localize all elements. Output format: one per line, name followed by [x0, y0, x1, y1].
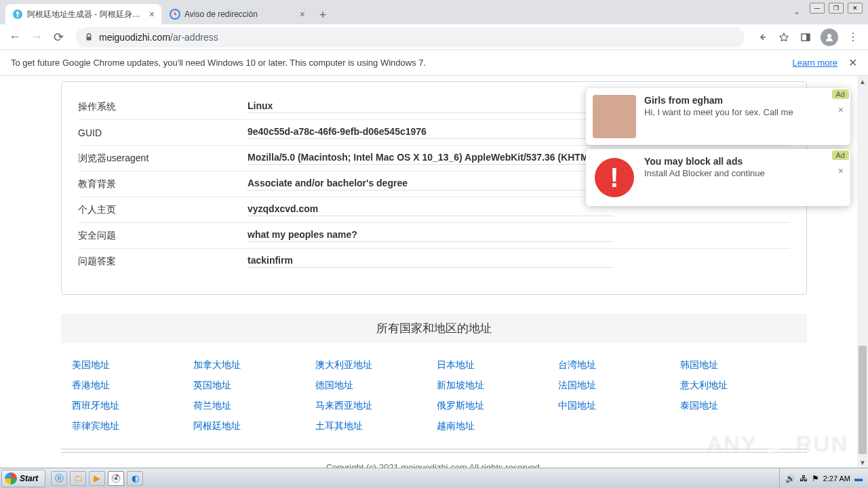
taskbar-chrome-icon[interactable] [108, 471, 124, 486]
country-link[interactable]: 中国地址 [558, 400, 674, 412]
url-text: meiguodizhi.com/ar-address [99, 32, 218, 43]
scroll-down-button[interactable]: ▼ [857, 457, 868, 468]
ad-badge: Ad [832, 150, 849, 160]
ad-text: Hi, I want to meet you for sex. Call me [644, 107, 844, 117]
browser-tab-active[interactable]: 阿根廷地址生成器 - 阿根廷身份生成 × [5, 4, 161, 24]
ad-close-button[interactable]: × [838, 104, 844, 115]
site-icon [12, 9, 23, 20]
tray-sound-icon[interactable]: 🔊 [785, 474, 795, 483]
ad-close-button[interactable]: × [838, 165, 844, 176]
bookmark-icon[interactable] [774, 28, 793, 47]
tab-title: Aviso de redirección [184, 9, 296, 19]
windows-taskbar: Start ⓔ 🗀 ▶ ◐ 🔊 🖧 ⚑ 2:27 AM ▬ [0, 468, 868, 488]
tab-close-button[interactable]: × [149, 9, 155, 20]
country-link[interactable]: 日本地址 [437, 359, 553, 371]
google-icon [170, 9, 180, 20]
windows-logo-icon [5, 472, 17, 485]
country-link[interactable]: 俄罗斯地址 [437, 400, 553, 412]
data-row: 安全问题what my peoples name? [78, 223, 790, 249]
country-link[interactable]: 新加坡地址 [437, 380, 553, 392]
ad-title: Girls from egham [644, 95, 844, 106]
forward-button[interactable]: → [27, 28, 46, 47]
system-tray: 🔊 🖧 ⚑ 2:27 AM ▬ [779, 468, 868, 488]
country-link[interactable]: 台湾地址 [558, 359, 674, 371]
watermark: ANY RUN [707, 432, 849, 457]
taskbar-explorer-icon[interactable]: 🗀 [70, 471, 86, 486]
update-infobar: To get future Google Chrome updates, you… [0, 50, 868, 76]
copyright-text: Copyright (c) 2021 meiguodizhi.com All r… [61, 452, 807, 468]
ad-text: Install Ad Blocker and continue [644, 168, 844, 178]
new-tab-button[interactable]: + [313, 5, 332, 24]
country-link[interactable]: 德国地址 [315, 380, 431, 392]
tab-title: 阿根廷地址生成器 - 阿根廷身份生成 [27, 9, 145, 20]
tray-flag-icon[interactable]: ⚑ [812, 474, 819, 483]
country-link[interactable]: 法国地址 [558, 380, 674, 392]
scroll-thumb[interactable] [859, 346, 867, 454]
window-minimize-button[interactable]: — [810, 3, 825, 14]
infobar-text: To get future Google Chrome updates, you… [11, 58, 793, 68]
country-link[interactable]: 韩国地址 [680, 359, 796, 371]
country-link[interactable]: 越南地址 [437, 420, 553, 432]
country-link[interactable]: 菲律宾地址 [72, 420, 188, 432]
svg-point-6 [827, 34, 831, 38]
address-bar[interactable]: meiguodizhi.com/ar-address [76, 27, 745, 47]
learn-more-link[interactable]: Learn more [793, 58, 837, 68]
window-maximize-button[interactable]: ❐ [829, 3, 844, 14]
ad-title: You may block all ads [644, 156, 844, 167]
lock-icon [84, 33, 94, 42]
side-panel-icon[interactable] [796, 28, 815, 47]
country-link[interactable]: 英国地址 [193, 380, 309, 392]
country-link[interactable]: 马来西亚地址 [315, 400, 431, 412]
share-icon[interactable] [753, 28, 772, 47]
data-row: 问题答案tackinfirm [78, 249, 790, 274]
taskbar-edge-icon[interactable]: ◐ [127, 471, 143, 486]
svg-point-1 [16, 12, 19, 14]
profile-button[interactable] [821, 28, 838, 46]
ad-popup[interactable]: Ad ! You may block all ads Install Ad Bl… [586, 149, 850, 206]
taskbar-ie-icon[interactable]: ⓔ [51, 471, 67, 486]
ad-image [593, 95, 636, 138]
country-link[interactable]: 土耳其地址 [315, 420, 431, 432]
reload-button[interactable]: ⟳ [49, 28, 68, 47]
alert-icon: ! [593, 156, 636, 199]
svg-point-8 [115, 476, 118, 480]
play-icon [765, 432, 789, 457]
browser-toolbar: ← → ⟳ meiguodizhi.com/ar-address ⋮ [0, 24, 868, 50]
country-links-grid: 美国地址 加拿大地址 澳大利亚地址 日本地址 台湾地址 韩国地址 香港地址 英国… [61, 343, 807, 449]
country-link[interactable]: 泰国地址 [680, 400, 796, 412]
country-link[interactable]: 香港地址 [72, 380, 188, 392]
section-heading: 所有国家和地区的地址 [61, 314, 807, 343]
svg-rect-3 [87, 37, 92, 40]
menu-button[interactable]: ⋮ [844, 28, 863, 47]
start-button[interactable]: Start [1, 470, 45, 487]
infobar-close-button[interactable]: ✕ [848, 56, 857, 69]
window-close-button[interactable]: ✕ [848, 3, 863, 14]
ad-popup[interactable]: Ad Girls from egham Hi, I want to meet y… [586, 88, 850, 145]
country-link[interactable]: 美国地址 [72, 359, 188, 371]
back-button[interactable]: ← [5, 28, 24, 47]
country-link[interactable]: 澳大利亚地址 [315, 359, 431, 371]
tab-close-button[interactable]: × [300, 9, 305, 20]
tabs-dropdown-button[interactable]: ⌄ [793, 7, 800, 16]
country-link[interactable]: 加拿大地址 [193, 359, 309, 371]
svg-rect-5 [806, 34, 810, 41]
taskbar-media-icon[interactable]: ▶ [89, 471, 105, 486]
vertical-scrollbar[interactable]: ▲ ▼ [857, 76, 868, 468]
country-link[interactable]: 荷兰地址 [193, 400, 309, 412]
ad-badge: Ad [832, 89, 849, 99]
country-link[interactable]: 阿根廷地址 [193, 420, 309, 432]
tab-strip: 阿根廷地址生成器 - 阿根廷身份生成 × Aviso de redirecció… [0, 0, 868, 24]
browser-tab-inactive[interactable]: Aviso de redirección × [163, 4, 312, 24]
country-link[interactable]: 意大利地址 [680, 380, 796, 392]
taskbar-clock[interactable]: 2:27 AM [823, 474, 850, 483]
scroll-up-button[interactable]: ▲ [857, 76, 868, 87]
show-desktop-button[interactable]: ▬ [854, 474, 863, 483]
tray-network-icon[interactable]: 🖧 [800, 474, 808, 483]
window-controls: — ❐ ✕ [810, 3, 863, 14]
country-link[interactable]: 西班牙地址 [72, 400, 188, 412]
